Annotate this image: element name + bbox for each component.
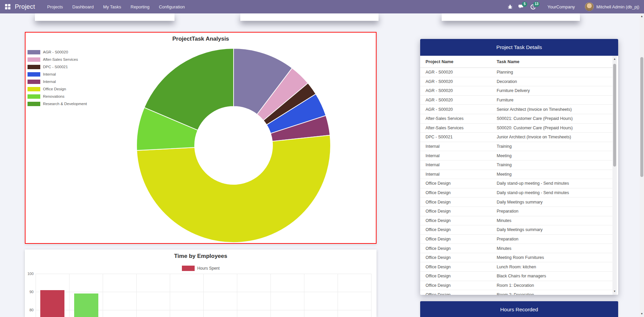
user-avatar[interactable] [585,2,594,11]
topbar-right: 5 13 YourCompany Mitchell Admin (db_pj) [504,0,644,13]
nav-item-configuration[interactable]: Configuration [154,0,189,13]
pie-legend-swatch-3 [28,72,40,77]
cell-task-name: Room 2: Decoration [497,292,534,295]
bar-vgridline [338,274,338,317]
cell-project-name: Office Design [420,283,497,288]
cell-project-name: AGR - S00020 [420,107,497,112]
cell-task-name: Meeting Room Furnitures [497,255,544,260]
activities-count-badge: 13 [533,2,540,7]
cell-project-name: After-Sales Services [420,116,497,121]
cell-project-name: Internal [420,163,497,167]
debug-bug-icon[interactable] [504,0,516,13]
pie-legend-item-3[interactable]: Internal [28,71,87,78]
company-switcher[interactable]: YourCompany [547,4,575,9]
table-row: Office DesignDaily stand-up meeting - Se… [420,188,613,198]
hours-recorded-title: Hours Recorded [420,301,618,317]
cell-task-name: Decoration [497,79,517,84]
cell-task-name: Furniture [497,98,513,102]
app-title[interactable]: Project [15,3,35,10]
table-row: Office DesignMeeting Room Furnitures [420,253,613,263]
cell-task-name: Training [497,163,512,167]
kpi-card-partial-1 [35,13,175,21]
pie-slice-5[interactable] [137,135,331,243]
pie-legend-item-2[interactable]: DPC - S00021 [28,63,87,71]
time-by-employees-card: Time by Employees Hours Spent 1009080 [25,250,377,317]
column-header-project-name: Project Name [420,59,497,64]
table-row: AGR - S00020Senior Architect (Invoice on… [420,105,613,114]
pie-legend-item-6[interactable]: Renovations [28,93,87,100]
pie-legend-label: After-Sales Services [43,57,78,61]
pie-legend-label: Research & Development [43,102,87,106]
cell-task-name: Furniture Delivery [497,88,530,93]
activities-clock-icon[interactable]: 13 [527,0,539,13]
pie-legend: AGR - S00020After-Sales ServicesDPC - S0… [28,48,87,107]
cell-project-name: Office Design [420,292,497,295]
bar-hours-spent-0[interactable] [40,290,64,317]
nav-item-my-tasks[interactable]: My Tasks [98,0,126,13]
bar-hours-spent-1[interactable] [74,293,98,317]
cell-project-name: After-Sales Services [420,126,497,130]
page-scroll-down-icon[interactable]: ▼ [640,312,644,316]
cell-project-name: Office Design [420,181,497,186]
table-body-scroll-area[interactable]: AGR - S00020PlanningAGR - S00020Decorati… [420,68,613,295]
pie-legend-swatch-6 [28,94,40,99]
pie-legend-label: Office Design [43,87,66,91]
table-row: After-Sales ServicesS00020: Customer Car… [420,124,613,133]
page-scroll-thumb[interactable] [640,57,643,177]
page-scrollbar[interactable]: ▲ ▼ [640,13,644,317]
nav-item-dashboard[interactable]: Dashboard [68,0,99,13]
pie-legend-swatch-7 [28,102,40,106]
pie-legend-swatch-5 [28,87,40,91]
cell-project-name: AGR - S00020 [420,98,497,102]
nav-item-reporting[interactable]: Reporting [126,0,154,13]
cell-task-name: Minutes [497,246,511,251]
pie-legend-item-7[interactable]: Research & Development [28,100,87,107]
page-scroll-up-icon[interactable]: ▲ [640,14,644,18]
cell-project-name: Internal [420,172,497,177]
pie-chart-title: ProjectTask Analysis [26,36,376,42]
cell-project-name: Office Design [420,190,497,195]
pie-legend-item-1[interactable]: After-Sales Services [28,56,87,63]
cell-project-name: Office Design [420,227,497,232]
cell-task-name: Black Chairs for managers [497,274,546,278]
messages-icon[interactable]: 5 [516,0,527,13]
table-row: Office DesignBlack Chairs for managers [420,272,613,281]
cell-task-name: Daily Meetings summary [497,227,543,232]
project-task-details-card: Project Task Details Project Name Task N… [420,39,618,295]
cell-project-name: Office Design [420,274,497,278]
cell-task-name: Preparation [497,209,518,214]
project-task-analysis-card: ProjectTask Analysis AGR - S00020After-S… [25,32,377,244]
table-row: InternalMeeting [420,170,613,179]
cell-project-name: DPC - S00021 [420,135,497,139]
cell-project-name: Office Design [420,237,497,241]
cell-project-name: AGR - S00020 [420,88,497,93]
table-row: Office DesignMinutes [420,216,613,226]
cell-project-name: Office Design [420,200,497,205]
bar-vgridline [371,274,371,317]
bar-ytick-label: 100 [25,272,34,276]
table-scrollbar[interactable]: ▲ ▼ [612,56,617,295]
pie-legend-item-5[interactable]: Office Design [28,85,87,93]
cell-task-name: Preparation [497,237,518,241]
table-row: InternalMeeting [420,151,613,161]
pie-legend-item-4[interactable]: Internal [28,78,87,85]
pie-legend-item-0[interactable]: AGR - S00020 [28,48,87,56]
main-menu: ProjectsDashboardMy TasksReportingConfig… [43,0,190,13]
bar-vgridline [36,274,36,317]
cell-task-name: Daily stand-up meeting - Send minutes [497,190,569,195]
apps-menu-icon[interactable] [5,4,10,9]
table-scroll-down-icon[interactable]: ▼ [612,289,617,293]
table-row: AGR - S00020Furniture Delivery [420,86,613,96]
pie-legend-label: AGR - S00020 [43,50,68,54]
user-menu[interactable]: Mitchell Admin (db_pj) [596,4,639,9]
table-scroll-thumb[interactable] [613,64,616,167]
nav-item-projects[interactable]: Projects [43,0,68,13]
table-scroll-up-icon[interactable]: ▲ [612,57,617,61]
table-column-headers: Project Name Task Name [420,56,613,68]
cell-project-name: Internal [420,144,497,149]
table-row: Office DesignPreparation [420,207,613,216]
cell-task-name: Meeting [497,153,511,158]
column-header-task-name: Task Name [497,59,519,64]
pie-legend-swatch-0 [28,50,40,54]
bar-ytick-label: 80 [25,308,34,312]
